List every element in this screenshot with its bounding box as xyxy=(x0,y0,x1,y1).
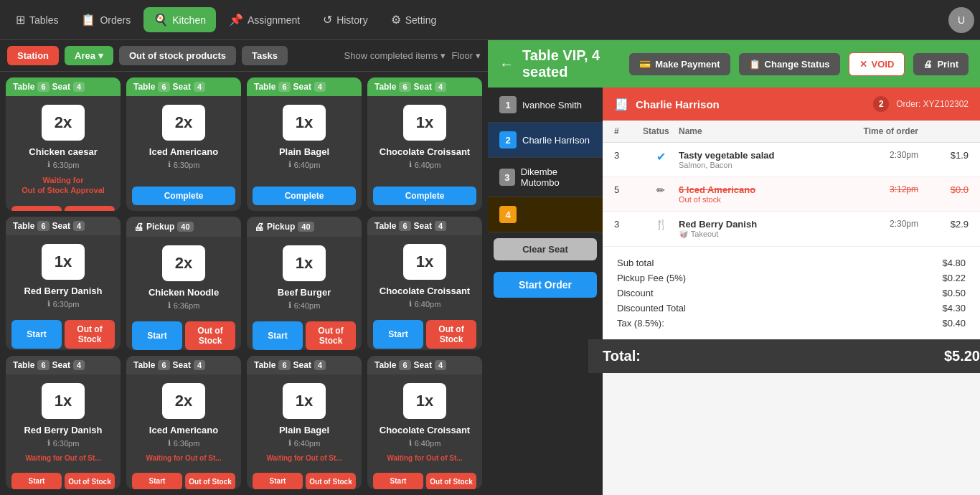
card-6-header: 🖨 Pickup 40 xyxy=(126,217,241,237)
item-time: ℹ6:40pm xyxy=(288,160,321,169)
table-badge: 6 xyxy=(37,82,49,92)
nav-kitchen[interactable]: 🍳 Kitchen xyxy=(143,7,216,32)
change-status-button[interactable]: 📋 Change Status xyxy=(739,53,840,75)
start-button[interactable]: Start xyxy=(373,320,423,349)
oos-button[interactable]: Out of stock products xyxy=(119,46,236,65)
card-7-footer: Start Out of Stock xyxy=(247,321,362,350)
row-item-1: Tasty vegetable salad Salmon, Bacon xyxy=(679,150,847,169)
oos-button-card[interactable]: Out of Stock xyxy=(185,473,235,489)
table-content: 1 Ivanhoe Smith 2 Charlie Harrison 3 Dik… xyxy=(488,88,980,495)
oos-button-card[interactable]: Out of Stock xyxy=(65,473,115,489)
seat-item-4[interactable]: 4 xyxy=(488,197,603,232)
start-button[interactable]: Start xyxy=(253,321,303,350)
oos-button-card[interactable]: Out of Stock xyxy=(65,320,115,349)
tax-label: Tax (8.5%): xyxy=(617,318,664,329)
item-time: ℹ6:40pm xyxy=(409,160,441,169)
card-4: Table 6 Seat 4 1x Chocolate Croissant ℹ6… xyxy=(367,77,482,211)
start-button[interactable]: Start xyxy=(132,473,182,489)
seat-item-2[interactable]: 2 Charlie Harrison xyxy=(488,123,603,158)
oos-button-card[interactable]: Out of Stock xyxy=(426,473,476,489)
floor-button[interactable]: Floor ▾ xyxy=(451,50,481,61)
item-name: Chicken Noodle xyxy=(149,287,219,298)
filter-bar: Station Area ▾ Out of stock products Tas… xyxy=(0,40,488,72)
top-nav: ⊞ Tables 📋 Orders 🍳 Kitchen 📌 Assignment… xyxy=(0,0,980,40)
table-title: Table VIP, 4 seated xyxy=(522,47,621,80)
start-button[interactable]: Start xyxy=(373,473,423,489)
discount-value: $0.50 xyxy=(942,288,966,298)
tasks-button[interactable]: Tasks xyxy=(242,46,288,65)
nav-orders[interactable]: 📋 Orders xyxy=(71,7,141,32)
card-3-footer: Complete xyxy=(247,187,362,211)
oos-button-card[interactable]: Out of Stock xyxy=(306,473,356,489)
area-button[interactable]: Area ▾ xyxy=(65,46,113,65)
row-item-sub: Salmon, Bacon xyxy=(679,161,847,169)
show-completed-toggle[interactable]: Show completed items ▾ xyxy=(344,50,446,61)
oos-button-card[interactable]: Out of Stock xyxy=(306,321,356,350)
start-button[interactable]: Start xyxy=(11,206,62,211)
discount-row: Discount $0.50 xyxy=(617,286,966,301)
order-row-1: 3 ✔ Tasty vegetable salad Salmon, Bacon … xyxy=(603,143,980,177)
item-name: Plain Bagel xyxy=(279,146,329,157)
card-10-footer: Start Out of Stock xyxy=(126,473,241,489)
table-header: ← Table VIP, 4 seated 💳 Make Payment 📋 C… xyxy=(488,40,980,88)
waiting-text: Waiting for Out of St... xyxy=(266,453,341,463)
nav-history[interactable]: ↺ History xyxy=(313,7,378,32)
nav-tables[interactable]: ⊞ Tables xyxy=(6,7,68,32)
order-customer: Charlie Harrison xyxy=(636,98,866,110)
complete-button[interactable]: Complete xyxy=(253,187,356,205)
oos-button-card[interactable]: Out of Stock xyxy=(426,320,476,349)
card-5: Table 6 Seat 4 1x Red Berry Danish ℹ6:30… xyxy=(6,217,121,350)
row-item-3: Red Berry Danish 🥡 Takeout xyxy=(679,219,847,239)
qty-display: 2x xyxy=(162,383,205,419)
orders-icon: 📋 xyxy=(81,13,95,27)
card-4-header: Table 6 Seat 4 xyxy=(367,77,482,96)
printer-icon: 🖨 xyxy=(133,221,143,232)
seat-number-2: 2 xyxy=(499,131,517,148)
back-button[interactable]: ← xyxy=(499,56,514,72)
nav-assignment[interactable]: 📌 Assignment xyxy=(219,7,310,32)
complete-button[interactable]: Complete xyxy=(373,187,476,205)
row-num: 5 xyxy=(614,184,643,195)
make-payment-button[interactable]: 💳 Make Payment xyxy=(629,53,730,75)
start-button[interactable]: Start xyxy=(132,321,182,350)
avatar[interactable]: U xyxy=(948,7,974,33)
card-1-footer: Start Out of Stock xyxy=(6,206,121,211)
col-hash: # xyxy=(614,126,643,136)
card-9-body: 1x Red Berry Danish ℹ6:30pm Waiting for … xyxy=(6,374,121,473)
order-row-2: 5 ✏ 6 Iced Americano Out of stock 3:12pm… xyxy=(603,177,980,212)
status-edit-icon: ✏ xyxy=(643,184,679,196)
seat-item-3[interactable]: 3 Dikembe Mutombo xyxy=(488,158,603,197)
totals-section: Sub total $4.80 Pickup Fee (5%) $0.22 Di… xyxy=(603,247,980,339)
start-button[interactable]: Start xyxy=(11,473,62,489)
oos-button-card[interactable]: Out of Stock xyxy=(185,321,235,350)
start-button[interactable]: Start xyxy=(11,320,62,349)
start-order-button[interactable]: Start Order xyxy=(494,272,597,298)
print-button[interactable]: 🖨 Print xyxy=(913,53,969,75)
card-8-table-info: Table 6 Seat 4 xyxy=(374,221,446,231)
seat-item-1[interactable]: 1 Ivanhoe Smith xyxy=(488,88,603,123)
tables-icon: ⊞ xyxy=(16,13,25,27)
row-item-name-oos: 6 Iced Americano xyxy=(679,184,847,195)
qty-display: 1x xyxy=(403,244,446,280)
clear-seat-button[interactable]: Clear Seat xyxy=(494,238,597,260)
qty-display: 2x xyxy=(162,245,205,281)
history-icon: ↺ xyxy=(323,13,332,27)
card-7-body: 1x Beef Burger ℹ6:40pm xyxy=(247,237,362,321)
card-12-body: 1x Chocolate Croissant ℹ6:40pm Waiting f… xyxy=(367,374,482,473)
station-button[interactable]: Station xyxy=(7,46,59,65)
card-5-table-info: Table 6 Seat 4 xyxy=(13,221,85,231)
seat-number-3: 3 xyxy=(499,169,515,186)
seat-name-1: Ivanhoe Smith xyxy=(522,100,582,110)
order-row-3: 3 🍴 Red Berry Danish 🥡 Takeout 2:30pm $2… xyxy=(603,212,980,247)
discount-label: Discount xyxy=(617,288,654,298)
card-6: 🖨 Pickup 40 2x Chicken Noodle ℹ6:36pm St… xyxy=(126,217,241,350)
card-10: Table 6 Seat 4 2x Iced Americano ℹ6:36pm… xyxy=(126,356,241,489)
item-name: Chocolate Croissant xyxy=(380,146,470,157)
nav-setting[interactable]: ⚙ Setting xyxy=(381,7,447,32)
complete-button[interactable]: Complete xyxy=(132,187,235,205)
start-button[interactable]: Start xyxy=(253,473,303,489)
void-button[interactable]: ✕ VOID xyxy=(849,52,905,76)
oos-button-card[interactable]: Out of Stock xyxy=(65,206,115,211)
row-price-oos: $0.0 xyxy=(918,184,969,195)
waiting-text: Waiting for Out of St... xyxy=(146,453,221,463)
